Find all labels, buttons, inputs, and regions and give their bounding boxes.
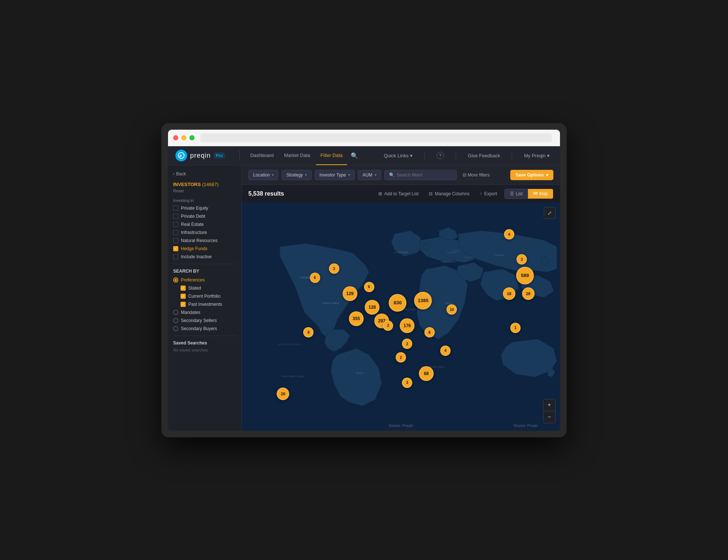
list-view-btn[interactable]: ☰ List [505, 189, 528, 199]
browser-minimize-btn[interactable] [181, 135, 186, 140]
add-to-target-list-btn[interactable]: ⊞ Add to Target List [375, 190, 421, 198]
sidebar-back-btn[interactable]: ‹ Back [173, 171, 236, 176]
map-cluster-c1[interactable]: 6 [310, 273, 320, 283]
checkbox-include-inactive[interactable]: Include Inactive [173, 254, 236, 259]
map-cluster-c10[interactable]: 128 [365, 300, 379, 315]
nav-item-filter-data[interactable]: Filter Data [316, 146, 347, 165]
search-filter-input[interactable]: 🔍 [384, 170, 457, 180]
map-area[interactable]: Canada United States Brazil Africa Russi… [242, 203, 560, 431]
private-equity-checkbox[interactable] [173, 206, 178, 211]
secondary-buyers-radio[interactable] [173, 326, 178, 331]
export-btn[interactable]: ↑ Export [477, 190, 500, 198]
svg-text:North Pacific Ocean: North Pacific Ocean [278, 343, 301, 346]
manage-columns-btn[interactable]: ⊟ Manage Columns [426, 190, 472, 198]
map-cluster-c15[interactable]: 10 [447, 304, 457, 315]
zoom-in-btn[interactable]: + [543, 399, 555, 411]
radio-secondary-sellers[interactable]: Secondary Sellers [173, 318, 236, 323]
nav-item-market-data[interactable]: Market Data [280, 146, 315, 165]
include-inactive-checkbox[interactable] [173, 254, 178, 259]
map-cluster-c23[interactable]: 2 [396, 352, 406, 363]
browser-maximize-btn[interactable] [189, 135, 195, 140]
map-cluster-c7[interactable]: 28 [522, 287, 535, 300]
infrastructure-checkbox[interactable] [173, 230, 178, 235]
view-toggle: ☰ List 🗺 Map [504, 189, 553, 199]
browser-chrome [168, 130, 560, 146]
mandates-radio[interactable] [173, 310, 178, 315]
map-cluster-c5[interactable]: 589 [516, 267, 534, 284]
hedge-funds-checkbox[interactable] [173, 246, 178, 251]
map-cluster-c11[interactable]: 830 [389, 294, 406, 312]
cluster-circle-c15: 10 [447, 304, 457, 315]
map-cluster-c25[interactable]: 3 [402, 378, 412, 388]
reset-btn[interactable]: Reset [173, 189, 236, 193]
map-cluster-c24[interactable]: 68 [419, 366, 434, 381]
map-expand-btn[interactable]: ⤢ [544, 207, 556, 219]
past-investments-checkbox[interactable] [181, 302, 186, 307]
stated-checkbox[interactable] [181, 286, 186, 291]
map-cluster-c18[interactable]: 8 [424, 327, 435, 337]
nav-search-icon[interactable]: 🔍 [349, 150, 360, 161]
save-options-chevron-icon: ▾ [546, 172, 548, 178]
search-filter-field[interactable] [397, 172, 452, 178]
private-debt-checkbox[interactable] [173, 214, 178, 219]
map-source-right: Source: Preqin [514, 424, 538, 428]
strategy-filter-btn[interactable]: Strategy ▾ [281, 170, 312, 180]
sub-item-past-investments[interactable]: Past Investments [181, 302, 236, 307]
location-chevron-icon: ▾ [272, 173, 274, 177]
location-filter-btn[interactable]: Location ▾ [248, 170, 279, 180]
natural-resources-checkbox[interactable] [173, 238, 178, 243]
saved-searches-title: Saved Searches [173, 340, 236, 346]
map-cluster-c20[interactable]: 1 [510, 323, 521, 333]
map-cluster-c2[interactable]: 3 [329, 263, 339, 274]
sidebar-divider-2 [173, 336, 236, 336]
nav-item-dashboard[interactable]: Dashboard [246, 146, 278, 165]
sub-item-stated[interactable]: Stated [181, 286, 236, 291]
map-cluster-c6[interactable]: 18 [503, 287, 515, 300]
sub-item-current-portfolio[interactable]: Current Portfolio [181, 294, 236, 299]
checkbox-private-equity[interactable]: Private Equity [173, 206, 236, 211]
map-cluster-c17[interactable]: 2 [383, 321, 393, 331]
map-cluster-c4[interactable]: 3 [517, 254, 527, 265]
more-filters-btn[interactable]: ⊟ More filters [460, 170, 493, 180]
radio-mandates[interactable]: Mandates [173, 310, 236, 315]
map-source-left: Source: Preqin [389, 424, 413, 428]
map-cluster-c19[interactable]: 9 [303, 327, 314, 337]
map-view-btn[interactable]: 🗺 Map [528, 189, 553, 199]
nav-right: Quick Links ▾ ? Give Feedback My Preqin … [381, 150, 553, 161]
list-icon: ☰ [510, 191, 514, 196]
checkbox-hedge-funds[interactable]: Hedge Funds [173, 246, 236, 251]
investor-type-filter-btn[interactable]: Investor Type ▾ [315, 170, 355, 180]
map-cluster-c12[interactable]: 1385 [414, 292, 432, 309]
browser-close-btn[interactable] [173, 135, 178, 140]
investing-in-label: Investing in [173, 198, 236, 203]
radio-secondary-buyers[interactable]: Secondary Buyers [173, 326, 236, 331]
help-btn[interactable]: ? [434, 150, 447, 161]
map-cluster-c3[interactable]: 4 [504, 229, 514, 239]
nav-divider [239, 150, 240, 161]
map-cluster-c8[interactable]: 6 [364, 282, 374, 292]
map-cluster-c26[interactable]: 20 [277, 388, 289, 400]
map-cluster-c21[interactable]: 2 [402, 339, 412, 349]
checkbox-real-estate[interactable]: Real Estate [173, 222, 236, 227]
current-portfolio-checkbox[interactable] [181, 294, 186, 299]
my-preqin-btn[interactable]: My Preqin ▾ [521, 151, 553, 160]
map-cluster-c13[interactable]: 355 [349, 311, 364, 326]
radio-preferences[interactable]: Preferences [173, 277, 236, 283]
checkbox-natural-resources[interactable]: Natural Resources [173, 238, 236, 243]
save-options-btn[interactable]: Save Options ▾ [510, 170, 553, 180]
aum-filter-btn[interactable]: AUM ▾ [358, 170, 381, 180]
secondary-sellers-radio[interactable] [173, 318, 178, 323]
device-frame: a preqin Pro Dashboard Market Data Filte… [161, 123, 567, 437]
map-cluster-c22[interactable]: 4 [440, 346, 451, 356]
checkbox-infrastructure[interactable]: Infrastructure [173, 230, 236, 235]
cluster-circle-c8: 6 [364, 282, 374, 292]
quick-links-btn[interactable]: Quick Links ▾ [381, 151, 416, 160]
export-icon: ↑ [480, 191, 482, 196]
give-feedback-btn[interactable]: Give Feedback [465, 151, 503, 160]
checkbox-private-debt[interactable]: Private Debt [173, 214, 236, 219]
map-cluster-c16[interactable]: 176 [400, 318, 414, 333]
zoom-out-btn[interactable]: − [543, 411, 555, 423]
preferences-radio[interactable] [173, 277, 178, 283]
map-cluster-c9[interactable]: 129 [343, 286, 357, 301]
real-estate-checkbox[interactable] [173, 222, 178, 227]
